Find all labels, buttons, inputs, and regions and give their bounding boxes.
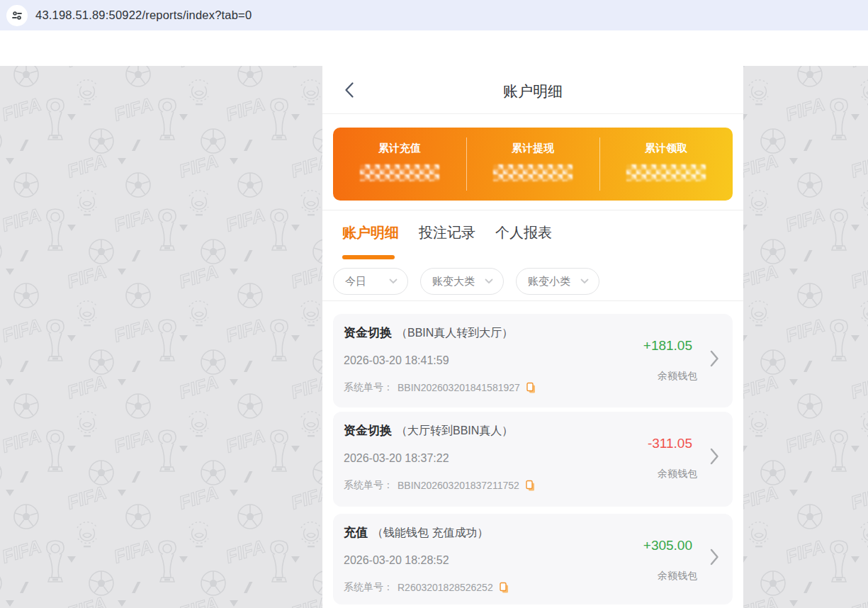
transaction-wallet: 余额钱包 <box>658 570 697 582</box>
app-content-column: 账户明细 累计充值 累计提现 累计领取 账户明细 投注记录 个人报表 <box>322 30 743 608</box>
transaction-row[interactable]: 资金切换（大厅转到BBIN真人） 2026-03-20 18:37:22 系统单… <box>333 412 733 507</box>
chevron-right-icon[interactable] <box>710 349 719 371</box>
transaction-amount: -311.05 <box>648 436 692 451</box>
order-label: 系统单号： <box>344 381 393 394</box>
transaction-row[interactable]: 资金切换（BBIN真人转到大厅） 2026-03-20 18:41:59 系统单… <box>333 314 733 407</box>
filter-label: 账变大类 <box>432 275 475 288</box>
section-divider <box>322 210 743 210</box>
summary-value-blurred <box>626 164 706 181</box>
browser-url-bar[interactable]: 43.198.51.89:50922/reports/index?tab=0 <box>0 0 868 30</box>
filter-label: 今日 <box>345 275 366 288</box>
filter-date-dropdown[interactable]: 今日 <box>333 268 408 295</box>
summary-total-claimed: 累计领取 <box>599 128 733 201</box>
chevron-right-icon[interactable] <box>710 447 719 468</box>
transaction-detail: （BBIN真人转到大厅） <box>396 327 513 339</box>
transaction-datetime: 2026-03-20 18:37:22 <box>344 452 449 465</box>
transaction-amount: +305.00 <box>643 538 692 553</box>
transaction-title: 资金切换（大厅转到BBIN真人） <box>344 422 513 439</box>
transaction-detail: （钱能钱包 充值成功） <box>372 527 488 539</box>
tab-bar: 账户明细 投注记录 个人报表 <box>342 223 552 242</box>
transaction-row[interactable]: 充值（钱能钱包 充值成功） 2026-03-20 18:28:52 系统单号： … <box>333 514 733 604</box>
order-number: BBIN202603201841581927 <box>398 382 520 393</box>
active-tab-underline <box>342 255 395 259</box>
transaction-title: 充值（钱能钱包 充值成功） <box>344 524 488 541</box>
app-header: 账户明细 <box>322 30 743 114</box>
filter-bar: 今日 账变大类 账变小类 <box>333 268 599 295</box>
copy-icon[interactable] <box>526 382 536 394</box>
transaction-datetime: 2026-03-20 18:28:52 <box>344 554 449 567</box>
tab-personal-report[interactable]: 个人报表 <box>495 223 552 242</box>
summary-value-blurred <box>493 164 573 181</box>
transaction-order-row: 系统单号： BBIN202603201837211752 <box>344 479 536 492</box>
summary-total-withdraw: 累计提现 <box>466 128 599 201</box>
chevron-down-icon <box>580 278 589 284</box>
tab-bet-records[interactable]: 投注记录 <box>419 223 475 242</box>
chevron-down-icon <box>485 278 493 284</box>
order-number: BBIN202603201837211752 <box>398 480 519 491</box>
summary-card: 累计充值 累计提现 累计领取 <box>333 128 733 201</box>
transaction-datetime: 2026-03-20 18:41:59 <box>344 354 449 367</box>
transaction-detail: （大厅转到BBIN真人） <box>396 424 513 437</box>
filter-label: 账变小类 <box>528 275 570 288</box>
summary-total-deposit: 累计充值 <box>333 128 466 201</box>
copy-icon[interactable] <box>525 480 536 492</box>
transaction-order-row: 系统单号： BBIN202603201841581927 <box>344 381 536 394</box>
copy-icon[interactable] <box>499 582 509 594</box>
transaction-type: 资金切换 <box>344 424 392 437</box>
order-number: R2603201828526252 <box>398 582 493 593</box>
chevron-down-icon <box>389 278 398 284</box>
transaction-type: 资金切换 <box>344 326 392 339</box>
site-settings-icon[interactable] <box>6 5 28 26</box>
page-title: 账户明细 <box>322 81 743 101</box>
transaction-wallet: 余额钱包 <box>658 370 697 383</box>
section-divider <box>322 300 743 301</box>
order-label: 系统单号： <box>344 479 393 492</box>
summary-label: 累计领取 <box>599 142 733 155</box>
summary-value-blurred <box>360 164 439 181</box>
chevron-right-icon[interactable] <box>710 548 719 569</box>
summary-label: 累计提现 <box>466 142 599 155</box>
order-label: 系统单号： <box>344 581 393 594</box>
transaction-type: 充值 <box>344 526 368 539</box>
page: FIFA <box>0 30 868 608</box>
transaction-wallet: 余额钱包 <box>658 468 697 480</box>
transaction-title: 资金切换（BBIN真人转到大厅） <box>344 325 513 341</box>
summary-label: 累计充值 <box>333 142 466 155</box>
filter-minor-category-dropdown[interactable]: 账变小类 <box>516 268 599 295</box>
transaction-amount: +181.05 <box>643 338 692 354</box>
tab-account-details[interactable]: 账户明细 <box>342 223 399 242</box>
filter-major-category-dropdown[interactable]: 账变大类 <box>420 268 504 295</box>
transaction-order-row: 系统单号： R2603201828526252 <box>344 581 509 594</box>
url-text[interactable]: 43.198.51.89:50922/reports/index?tab=0 <box>35 9 252 22</box>
